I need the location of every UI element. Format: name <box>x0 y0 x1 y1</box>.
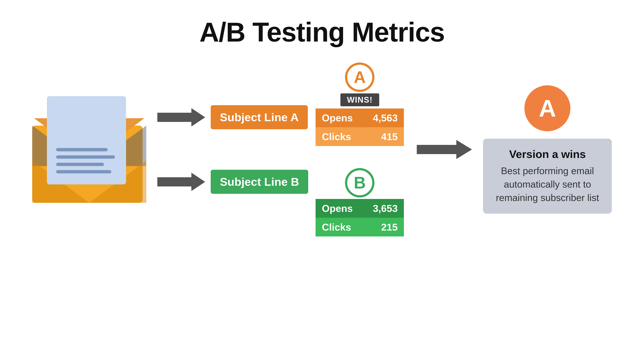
result-section: A Version a wins Best performing email a… <box>483 85 612 214</box>
b-clicks-label: Clicks <box>322 221 351 233</box>
metric-table-b: Opens 3,653 Clicks 215 <box>316 199 404 237</box>
winner-description: Best performing email automatically sent… <box>494 164 601 204</box>
version-a-circle: A <box>345 62 374 92</box>
version-b-circle: B <box>345 168 374 197</box>
wins-badge: WINS! <box>340 93 380 106</box>
row-b: Subject Line B <box>157 170 308 194</box>
b-opens-label: Opens <box>322 203 353 214</box>
letter-line-3 <box>56 163 104 166</box>
svg-marker-2 <box>417 140 472 159</box>
metric-row-b-opens: Opens 3,653 <box>316 199 404 218</box>
arrow-to-b <box>157 172 205 192</box>
email-icon <box>32 96 146 203</box>
metric-row-a-clicks: Clicks 415 <box>316 127 404 146</box>
b-clicks-value: 215 <box>381 221 398 233</box>
a-clicks-value: 415 <box>381 131 398 142</box>
metric-row-a-opens: Opens 4,563 <box>316 108 404 127</box>
a-opens-label: Opens <box>322 112 353 124</box>
a-opens-value: 4,563 <box>373 112 398 124</box>
subject-label-b: Subject Line B <box>211 170 308 194</box>
b-opens-value: 3,653 <box>373 203 398 214</box>
winner-title: Version a wins <box>494 148 601 161</box>
svg-marker-1 <box>157 173 205 191</box>
ab-section: Subject Line A Subject Line B <box>157 105 308 194</box>
letter-line-2 <box>56 155 115 159</box>
row-a: Subject Line A <box>157 105 308 129</box>
metric-row-b-clicks: Clicks 215 <box>316 218 404 237</box>
metric-table-a: Opens 4,563 Clicks 415 <box>316 108 404 146</box>
page-title: A/B Testing Metrics <box>200 16 445 48</box>
letter-line-4 <box>56 170 111 173</box>
letter-line-1 <box>56 148 108 151</box>
winner-box: Version a wins Best performing email aut… <box>483 139 612 214</box>
subject-label-a: Subject Line A <box>211 105 308 129</box>
arrow-to-result <box>417 138 472 161</box>
metric-group-b: B Opens 3,653 Clicks 215 <box>316 168 404 237</box>
arrow-to-a <box>157 107 205 127</box>
metric-group-a: A WINS! Opens 4,563 Clicks 415 <box>316 62 404 146</box>
winner-circle: A <box>524 85 570 131</box>
a-clicks-label: Clicks <box>322 131 351 142</box>
metrics-column: A WINS! Opens 4,563 Clicks 415 B Opens 3… <box>316 62 404 237</box>
letter-paper <box>47 96 126 184</box>
main-content: Subject Line A Subject Line B A WINS! Op… <box>0 62 644 237</box>
svg-marker-0 <box>157 108 205 126</box>
